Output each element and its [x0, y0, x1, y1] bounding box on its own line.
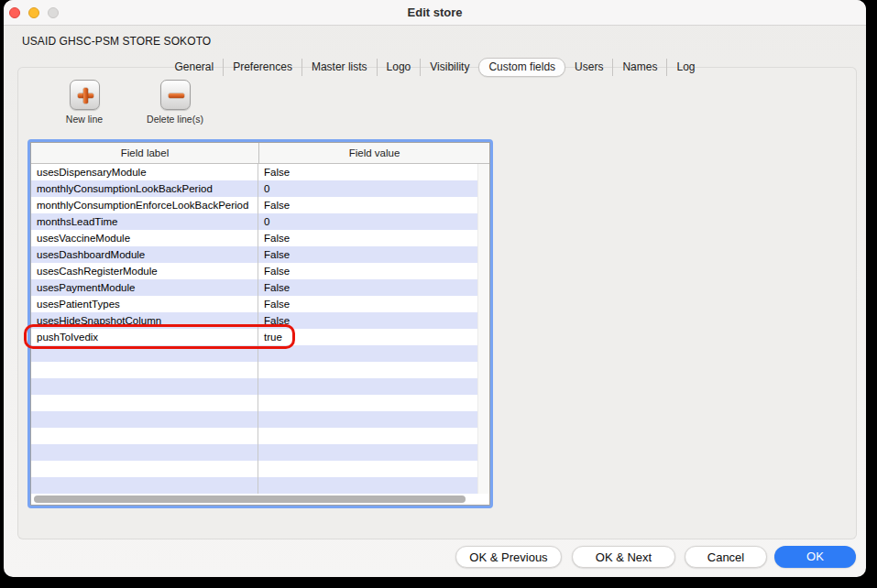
- tab-logo[interactable]: Logo: [377, 59, 421, 76]
- empty-cell: [31, 477, 258, 494]
- empty-cell: [31, 378, 258, 395]
- empty-row: [31, 378, 477, 395]
- new-line-button-face[interactable]: [70, 80, 100, 110]
- empty-cell: [31, 362, 258, 378]
- empty-cell: [258, 411, 477, 428]
- delete-lines-label: Delete line(s): [147, 114, 203, 125]
- field-value-cell[interactable]: False: [258, 197, 477, 213]
- window-title: Edit store: [4, 0, 866, 26]
- field-value-cell[interactable]: False: [258, 246, 477, 263]
- table-row[interactable]: usesDispensaryModule False: [31, 164, 477, 180]
- store-name-label: USAID GHSC-PSM STORE SOKOTO: [22, 35, 211, 48]
- table-row[interactable]: usesVaccineModule False: [31, 230, 477, 246]
- table-row[interactable]: usesDashboardModule False: [31, 246, 477, 263]
- table-row[interactable]: usesHideSnapshotColumn False: [31, 312, 477, 329]
- cancel-button[interactable]: Cancel: [685, 546, 767, 568]
- plus-icon: [78, 88, 93, 103]
- field-label-cell[interactable]: usesDashboardModule: [31, 246, 258, 263]
- ok-button[interactable]: OK: [774, 546, 856, 568]
- column-header-field-value[interactable]: Field value: [259, 143, 489, 163]
- field-value-cell[interactable]: 0: [258, 213, 477, 230]
- field-label-cell[interactable]: usesPatientTypes: [31, 296, 258, 312]
- empty-row: [31, 345, 477, 362]
- table-row[interactable]: usesCashRegisterModule False: [31, 263, 477, 279]
- minus-icon: [169, 88, 184, 103]
- empty-cell: [258, 477, 477, 494]
- delete-lines-button-face[interactable]: [160, 80, 191, 110]
- empty-cell: [258, 345, 477, 362]
- empty-cell: [31, 411, 258, 428]
- empty-cell: [258, 461, 477, 477]
- edit-store-window: Edit store USAID GHSC-PSM STORE SOKOTO G…: [4, 0, 866, 577]
- empty-row: [31, 428, 477, 444]
- ok-previous-button[interactable]: OK & Previous: [455, 546, 562, 568]
- tab-log[interactable]: Log: [666, 59, 704, 76]
- field-value-cell[interactable]: False: [258, 312, 477, 329]
- new-line-button[interactable]: New line: [51, 80, 117, 125]
- field-value-cell[interactable]: False: [258, 263, 477, 279]
- field-label-cell[interactable]: monthlyConsumptionLookBackPeriod: [31, 180, 258, 197]
- field-label-cell[interactable]: monthsLeadTime: [31, 213, 258, 230]
- table-row[interactable]: monthlyConsumptionLookBackPeriod 0: [31, 180, 477, 197]
- field-value-cell[interactable]: False: [258, 296, 477, 312]
- vertical-scrollbar-track[interactable]: [477, 164, 489, 494]
- table-body: usesDispensaryModule False monthlyConsum…: [31, 164, 489, 494]
- empty-cell: [31, 395, 258, 411]
- field-value-cell[interactable]: true: [258, 329, 477, 345]
- tab-users[interactable]: Users: [565, 59, 612, 76]
- tab-names[interactable]: Names: [612, 59, 666, 76]
- table-rows: usesDispensaryModule False monthlyConsum…: [31, 164, 477, 494]
- empty-cell: [31, 461, 258, 477]
- field-label-cell[interactable]: monthlyConsumptionEnforceLookBackPeriod: [31, 197, 258, 213]
- empty-cell: [258, 428, 477, 444]
- empty-row: [31, 461, 477, 477]
- field-value-cell[interactable]: False: [258, 230, 477, 246]
- table-row[interactable]: usesPaymentModule False: [31, 279, 477, 296]
- title-bar: Edit store: [4, 0, 866, 26]
- empty-row: [31, 395, 477, 411]
- delete-lines-button[interactable]: Delete line(s): [139, 80, 211, 125]
- field-label-cell[interactable]: usesPaymentModule: [31, 279, 258, 296]
- tab-general[interactable]: General: [165, 59, 223, 76]
- table-row[interactable]: monthlyConsumptionEnforceLookBackPeriod …: [31, 197, 477, 213]
- empty-cell: [258, 395, 477, 411]
- empty-cell: [31, 444, 258, 461]
- table-row[interactable]: usesPatientTypes False: [31, 296, 477, 312]
- tab-visibility[interactable]: Visibility: [420, 59, 478, 76]
- tab-custom-fields[interactable]: Custom fields: [478, 58, 565, 77]
- empty-row: [31, 444, 477, 461]
- empty-cell: [258, 378, 477, 395]
- tab-preferences[interactable]: Preferences: [223, 59, 301, 76]
- table-header: Field label Field value: [31, 143, 489, 164]
- custom-fields-table: Field label Field value usesDispensaryMo…: [27, 139, 493, 508]
- empty-cell: [258, 362, 477, 378]
- field-value-cell[interactable]: 0: [258, 180, 477, 197]
- empty-cell: [31, 345, 258, 362]
- table-row[interactable]: monthsLeadTime 0: [31, 213, 477, 230]
- tab-bar: General Preferences Master lists Logo Vi…: [4, 57, 866, 77]
- empty-row: [31, 477, 477, 494]
- empty-cell: [31, 428, 258, 444]
- field-value-cell[interactable]: False: [258, 279, 477, 296]
- custom-fields-table-inner: Field label Field value usesDispensaryMo…: [30, 142, 490, 506]
- field-label-cell[interactable]: pushToIvedix: [31, 329, 258, 345]
- field-value-cell[interactable]: False: [258, 164, 477, 180]
- empty-row: [31, 411, 477, 428]
- empty-cell: [258, 444, 477, 461]
- tab-master-lists[interactable]: Master lists: [301, 59, 377, 76]
- column-header-field-label[interactable]: Field label: [31, 143, 259, 163]
- new-line-label: New line: [66, 114, 103, 125]
- field-label-cell[interactable]: usesCashRegisterModule: [31, 263, 258, 279]
- horizontal-scrollbar-thumb[interactable]: [34, 495, 466, 503]
- field-label-cell[interactable]: usesHideSnapshotColumn: [31, 312, 258, 329]
- field-label-cell[interactable]: usesDispensaryModule: [31, 164, 258, 180]
- empty-row: [31, 362, 477, 378]
- table-row-push-to-ivedix[interactable]: pushToIvedix true: [31, 329, 477, 345]
- horizontal-scrollbar-track[interactable]: [31, 494, 489, 505]
- ok-next-button[interactable]: OK & Next: [572, 546, 675, 568]
- field-label-cell[interactable]: usesVaccineModule: [31, 230, 258, 246]
